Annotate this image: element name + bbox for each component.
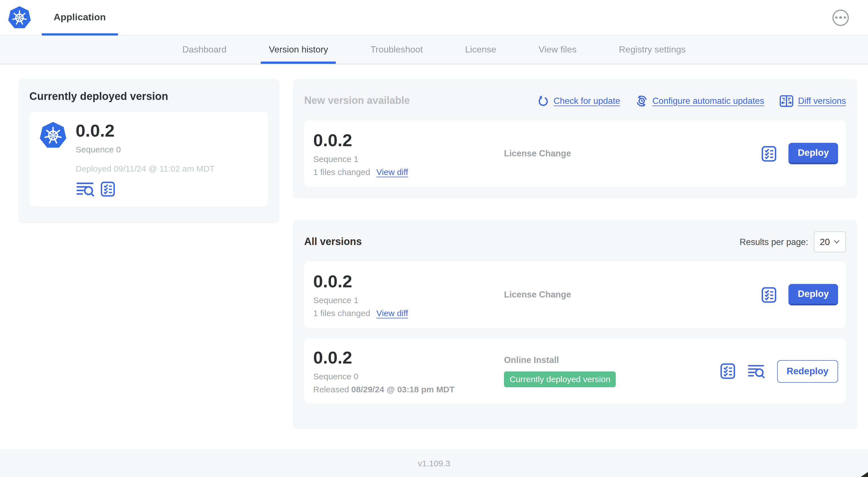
preflight-checks-button[interactable] [100,181,115,197]
deploy-button[interactable]: Deploy [788,284,838,305]
redeploy-button[interactable]: Redeploy [777,360,838,383]
version-number: 0.0.2 [313,272,504,291]
preflight-checks-button[interactable] [761,145,777,162]
all-versions-title: All versions [304,236,362,248]
preflight-checklist-icon [100,181,115,197]
deploy-button[interactable]: Deploy [788,143,838,164]
console-version: v1.109.3 [417,458,450,468]
version-sequence: Sequence 1 [313,154,504,163]
tab-version-history[interactable]: Version history [261,35,336,64]
version-row-current: 0.0.2 Sequence 0 Released08/29/24 @ 03:1… [304,339,846,404]
deployed-sequence: Sequence 0 [75,145,215,154]
ellipsis-menu-icon [835,17,838,19]
preflight-checklist-icon [761,145,777,162]
diff-columns-icon [779,94,794,107]
kubernetes-logo-icon [8,5,31,30]
app-window: Application Dashboard Version history Tr… [0,0,868,477]
cursor-artifact [861,472,868,477]
kubernetes-app-icon [39,121,67,150]
version-sequence: Sequence 1 [313,295,504,304]
check-for-update-link[interactable]: Check for update [537,95,620,107]
app-footer: v1.109.3 [0,449,868,477]
version-row-available: 0.0.2 Sequence 1 1 files changed View di… [304,120,846,187]
currently-deployed-panel: Currently deployed version 0.0.2 Sequenc… [18,79,279,223]
currently-deployed-title: Currently deployed version [29,90,268,103]
released-date: 08/29/24 @ 03:18 pm MDT [351,384,455,394]
new-version-panel: New version available Check for update C… [293,79,857,198]
view-logs-icon [75,181,95,197]
version-number: 0.0.2 [313,131,504,150]
app-header: Application [0,0,868,35]
app-tab[interactable]: Application [42,0,118,35]
view-logs-button[interactable] [75,181,95,197]
all-versions-panel: All versions Results per page: 20 0.0 [293,220,857,429]
currently-deployed-card: 0.0.2 Sequence 0 Deployed 09/11/24 @ 11:… [29,112,268,207]
preflight-checklist-icon [761,287,777,303]
released-prefix: Released [313,384,349,394]
version-source: License Change [504,148,761,159]
currently-deployed-badge: Currently deployed version [504,371,616,387]
section-nav: Dashboard Version history Troubleshoot L… [0,35,868,64]
version-row-1: 0.0.2 Sequence 1 1 files changed View di… [304,261,846,328]
files-changed: 1 files changed [313,308,370,318]
main-content: Currently deployed version 0.0.2 Sequenc… [0,64,868,449]
results-per-page-select[interactable]: 20 [814,232,846,252]
view-diff-link[interactable]: View diff [376,308,408,318]
version-source: Online Install [504,355,559,365]
overflow-menu-button[interactable] [832,9,849,26]
chevron-down-icon [834,240,840,244]
configure-automatic-updates-link[interactable]: Configure automatic updates [636,94,764,107]
app-tab-label: Application [54,12,106,23]
diff-versions-link[interactable]: Diff versions [779,94,846,107]
version-source: License Change [504,290,761,300]
versions-column: New version available Check for update C… [293,79,857,429]
deployed-timestamp: Deployed 09/11/24 @ 11:02 am MDT [75,164,215,173]
new-version-title: New version available [304,95,410,107]
tab-dashboard[interactable]: Dashboard [175,35,235,64]
tab-license[interactable]: License [457,35,504,64]
tab-view-files[interactable]: View files [531,35,585,64]
version-sequence: Sequence 0 [313,371,504,381]
tab-troubleshoot[interactable]: Troubleshoot [363,35,431,64]
view-logs-button[interactable] [747,364,765,379]
version-number: 0.0.2 [313,348,504,367]
refresh-icon [537,95,549,107]
view-logs-icon [747,364,765,379]
results-per-page-label: Results per page: [740,237,808,247]
preflight-checklist-icon [720,363,735,379]
files-changed: 1 files changed [313,167,370,176]
preflight-checks-button[interactable] [761,287,777,303]
deployed-version-number: 0.0.2 [75,121,215,141]
view-diff-link[interactable]: View diff [376,167,408,176]
tab-registry-settings[interactable]: Registry settings [611,35,693,64]
auto-update-clock-icon [636,94,648,107]
preflight-checks-button[interactable] [720,363,735,379]
